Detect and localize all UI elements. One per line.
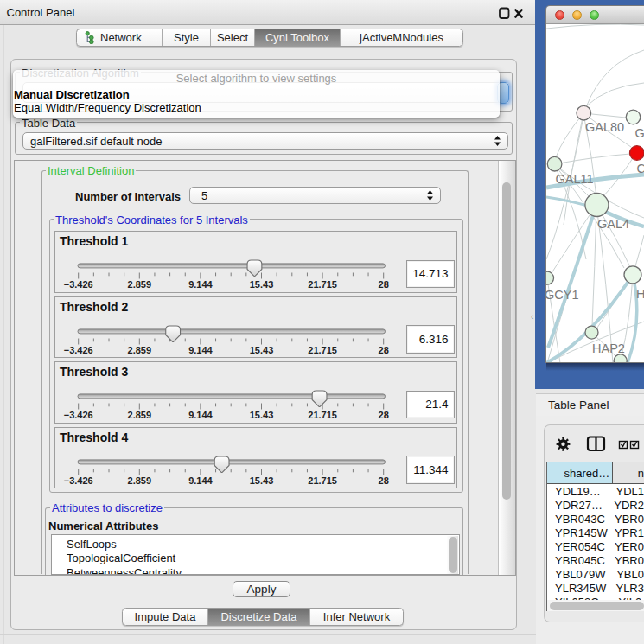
svg-text:28: 28 bbox=[379, 410, 389, 420]
svg-text:2.859: 2.859 bbox=[128, 345, 152, 355]
svg-text:9.144: 9.144 bbox=[188, 279, 213, 290]
svg-text:2.859: 2.859 bbox=[128, 475, 152, 486]
svg-text:15.43: 15.43 bbox=[250, 410, 274, 420]
svg-text:−3.426: −3.426 bbox=[64, 279, 93, 290]
svg-text:21.715: 21.715 bbox=[308, 345, 337, 355]
svg-text:28: 28 bbox=[379, 475, 389, 486]
svg-text:9.144: 9.144 bbox=[188, 410, 213, 420]
svg-text:21.715: 21.715 bbox=[308, 475, 337, 486]
svg-text:28: 28 bbox=[379, 279, 389, 290]
svg-text:GAL80: GAL80 bbox=[585, 120, 624, 134]
svg-text:HAP2: HAP2 bbox=[592, 341, 625, 355]
svg-text:2.859: 2.859 bbox=[128, 410, 152, 420]
svg-text:−3.426: −3.426 bbox=[64, 345, 93, 355]
svg-text:−3.426: −3.426 bbox=[64, 475, 93, 486]
svg-text:15.43: 15.43 bbox=[250, 345, 274, 355]
svg-text:15.43: 15.43 bbox=[250, 475, 274, 486]
svg-text:2.859: 2.859 bbox=[128, 279, 152, 290]
svg-text:GAL4: GAL4 bbox=[597, 217, 629, 231]
svg-text:21.715: 21.715 bbox=[308, 410, 337, 420]
svg-text:21.715: 21.715 bbox=[308, 279, 337, 290]
svg-text:28: 28 bbox=[379, 345, 389, 355]
svg-text:GA: GA bbox=[635, 126, 644, 140]
svg-text:9.144: 9.144 bbox=[188, 345, 213, 355]
svg-text:GAL11: GAL11 bbox=[556, 172, 594, 186]
svg-text:15.43: 15.43 bbox=[250, 279, 274, 290]
svg-text:9.144: 9.144 bbox=[188, 475, 213, 486]
svg-text:GCY1: GCY1 bbox=[546, 288, 579, 302]
svg-text:CD: CD bbox=[637, 162, 644, 175]
svg-text:HI: HI bbox=[636, 287, 644, 301]
svg-text:−3.426: −3.426 bbox=[64, 410, 93, 420]
